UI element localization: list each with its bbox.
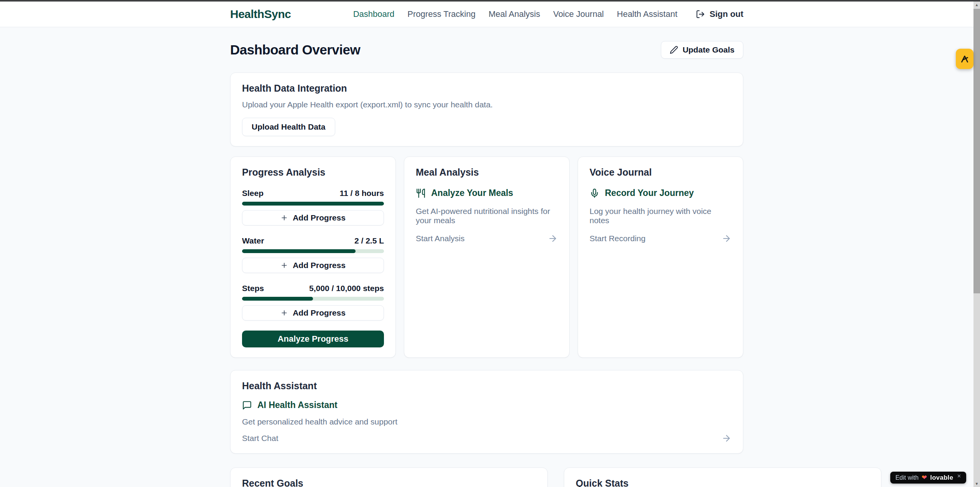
add-steps-progress-button[interactable]: Add Progress bbox=[242, 305, 384, 321]
scroll-down-arrow-icon[interactable]: ▼ bbox=[973, 480, 980, 487]
health-assistant-title: Health Assistant bbox=[242, 380, 731, 392]
metric-sleep: Sleep 11 / 8 hours Add Progress bbox=[242, 189, 384, 225]
meal-analysis-card: Meal Analysis Analyze Your Meals Get AI-… bbox=[404, 156, 570, 358]
add-progress-label: Add Progress bbox=[293, 308, 346, 318]
scroll-up-arrow-icon[interactable]: ▲ bbox=[973, 2, 980, 8]
voice-journal-card: Voice Journal Record Your Journey Log yo… bbox=[578, 156, 743, 358]
metric-steps-label: Steps bbox=[242, 284, 264, 293]
metric-steps-value: 5,000 / 10,000 steps bbox=[309, 284, 384, 293]
primary-nav: Dashboard Progress Tracking Meal Analysi… bbox=[353, 9, 743, 19]
health-data-integration-card: Health Data Integration Upload your Appl… bbox=[230, 72, 743, 146]
lovable-select-button[interactable] bbox=[956, 49, 973, 69]
nav-item-meal-analysis[interactable]: Meal Analysis bbox=[489, 9, 540, 19]
update-goals-label: Update Goals bbox=[683, 45, 735, 54]
meal-analysis-title: Meal Analysis bbox=[416, 167, 558, 178]
app-header: HealthSync Dashboard Progress Tracking M… bbox=[0, 0, 973, 27]
sign-out-label: Sign out bbox=[710, 9, 743, 19]
plus-icon bbox=[280, 214, 288, 222]
start-chat-action[interactable]: Start Chat bbox=[242, 433, 731, 443]
voice-journal-title: Voice Journal bbox=[590, 167, 731, 178]
metric-sleep-value: 11 / 8 hours bbox=[339, 189, 384, 198]
lovable-tool-icon bbox=[960, 54, 970, 64]
quick-stats-title: Quick Stats bbox=[576, 478, 870, 487]
start-analysis-action[interactable]: Start Analysis bbox=[416, 234, 558, 243]
page-viewport: HealthSync Dashboard Progress Tracking M… bbox=[0, 0, 973, 487]
window-top-edge bbox=[0, 0, 980, 2]
nav-item-voice-journal[interactable]: Voice Journal bbox=[553, 9, 604, 19]
recent-goals-title: Recent Goals bbox=[242, 478, 536, 487]
nav-item-health-assistant[interactable]: Health Assistant bbox=[617, 9, 677, 19]
metric-water-value: 2 / 2.5 L bbox=[354, 236, 384, 245]
log-out-icon bbox=[696, 10, 705, 19]
microphone-icon bbox=[590, 188, 600, 198]
integration-title: Health Data Integration bbox=[242, 83, 731, 94]
metric-sleep-label: Sleep bbox=[242, 189, 264, 198]
upload-health-data-button[interactable]: Upload Health Data bbox=[242, 118, 335, 136]
edit-with-lovable-badge[interactable]: Edit with ❤ lovable ✕ bbox=[890, 472, 966, 484]
add-progress-label: Add Progress bbox=[293, 213, 346, 222]
quick-stats-card: Quick Stats Select Date Today Yesterday … bbox=[564, 467, 881, 487]
dashboard-main: Dashboard Overview Update Goals Health D… bbox=[230, 27, 743, 487]
recent-goals-card: Recent Goals Select Date Today Yesterday… bbox=[230, 467, 548, 487]
scrollbar-thumb[interactable] bbox=[973, 9, 980, 293]
plus-icon bbox=[280, 309, 288, 317]
arrow-right-icon bbox=[721, 433, 731, 443]
integration-description: Upload your Apple Health export (export.… bbox=[242, 100, 731, 109]
metric-steps: Steps 5,000 / 10,000 steps Add Progress bbox=[242, 284, 384, 321]
steps-progress-bar bbox=[242, 297, 384, 301]
heart-icon: ❤ bbox=[922, 474, 927, 482]
vertical-scrollbar[interactable]: ▲ ▼ bbox=[973, 2, 980, 487]
metric-water: Water 2 / 2.5 L Add Progress bbox=[242, 236, 384, 273]
arrow-right-icon bbox=[548, 234, 558, 243]
start-chat-label: Start Chat bbox=[242, 434, 278, 443]
sleep-progress-bar bbox=[242, 202, 384, 206]
meal-description: Get AI-powered nutritional insights for … bbox=[416, 207, 558, 225]
close-icon[interactable]: ✕ bbox=[957, 473, 961, 479]
sign-out-button[interactable]: Sign out bbox=[696, 9, 743, 19]
metric-water-label: Water bbox=[242, 236, 264, 245]
nav-item-dashboard[interactable]: Dashboard bbox=[353, 9, 395, 19]
badge-prefix: Edit with bbox=[895, 474, 918, 481]
nav-item-progress-tracking[interactable]: Progress Tracking bbox=[407, 9, 475, 19]
analyze-progress-button[interactable]: Analyze Progress bbox=[242, 331, 384, 347]
start-analysis-label: Start Analysis bbox=[416, 234, 464, 243]
add-sleep-progress-button[interactable]: Add Progress bbox=[242, 210, 384, 225]
plus-icon bbox=[280, 262, 288, 269]
add-water-progress-button[interactable]: Add Progress bbox=[242, 258, 384, 273]
ai-health-assistant-label: AI Health Assistant bbox=[257, 400, 338, 410]
voice-description: Log your health journey with voice notes bbox=[590, 207, 731, 225]
analyze-your-meals-link[interactable]: Analyze Your Meals bbox=[416, 188, 558, 198]
badge-brand: lovable bbox=[930, 474, 953, 482]
update-goals-button[interactable]: Update Goals bbox=[661, 41, 743, 59]
chat-bubble-icon bbox=[242, 400, 252, 410]
health-assistant-card: Health Assistant AI Health Assistant Get… bbox=[230, 370, 743, 454]
start-recording-label: Start Recording bbox=[590, 234, 646, 243]
progress-analysis-title: Progress Analysis bbox=[242, 167, 384, 178]
ai-health-assistant-link[interactable]: AI Health Assistant bbox=[242, 400, 731, 410]
progress-analysis-card: Progress Analysis Sleep 11 / 8 hours Add… bbox=[230, 156, 396, 358]
assistant-description: Get personalized health advice and suppo… bbox=[242, 417, 731, 426]
record-your-journey-label: Record Your Journey bbox=[605, 188, 694, 198]
brand-logo[interactable]: HealthSync bbox=[230, 8, 291, 21]
water-progress-bar bbox=[242, 249, 384, 253]
arrow-right-icon bbox=[721, 234, 731, 243]
add-progress-label: Add Progress bbox=[293, 261, 346, 270]
analyze-your-meals-label: Analyze Your Meals bbox=[431, 188, 513, 198]
utensils-icon bbox=[416, 188, 426, 198]
record-your-journey-link[interactable]: Record Your Journey bbox=[590, 188, 731, 198]
start-recording-action[interactable]: Start Recording bbox=[590, 234, 731, 243]
pencil-icon bbox=[670, 46, 678, 54]
page-title: Dashboard Overview bbox=[230, 42, 360, 58]
